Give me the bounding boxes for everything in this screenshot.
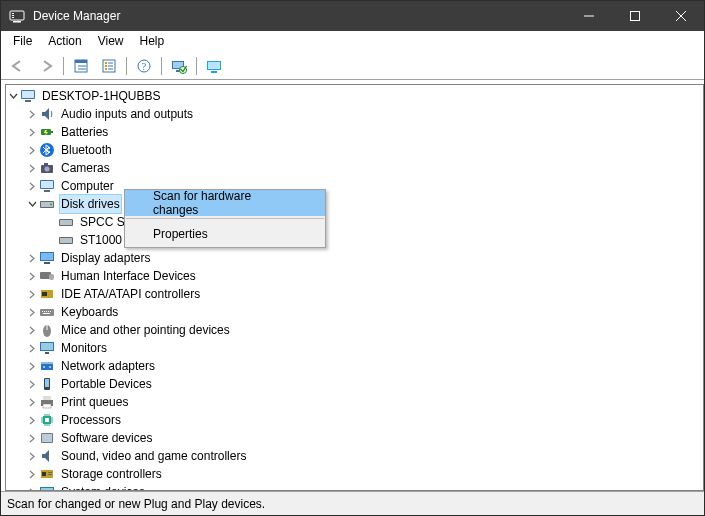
chevron-right-icon[interactable]	[25, 177, 39, 195]
window-title: Device Manager	[33, 9, 120, 23]
tool-help[interactable]: ?	[131, 54, 157, 78]
svg-rect-65	[41, 343, 53, 350]
tool-scan-hardware-icon[interactable]	[166, 54, 192, 78]
chevron-right-icon[interactable]	[25, 375, 39, 393]
keyboard-icon	[39, 304, 55, 320]
menu-file[interactable]: File	[5, 32, 40, 50]
minimize-button[interactable]	[566, 1, 612, 31]
disk-icon	[58, 232, 74, 248]
chevron-down-icon[interactable]	[25, 195, 39, 213]
close-button[interactable]	[658, 1, 704, 31]
tree-item-processors[interactable]: Processors	[6, 411, 703, 429]
tree-item-storage[interactable]: Storage controllers	[6, 465, 703, 483]
monitor-icon	[39, 340, 55, 356]
toolbar: ?	[1, 52, 704, 80]
statusbar: Scan for changed or new Plug and Play de…	[1, 491, 704, 515]
tree-item-disk-child-1[interactable]: ST1000	[6, 231, 703, 249]
menu-action[interactable]: Action	[40, 32, 89, 50]
maximize-button[interactable]	[612, 1, 658, 31]
chevron-right-icon[interactable]	[25, 393, 39, 411]
sound-icon	[39, 448, 55, 464]
tree-item-computer[interactable]: Computer	[6, 177, 703, 195]
ctx-scan-hardware[interactable]: Scan for hardware changes	[125, 190, 325, 216]
tree-item-cameras[interactable]: Cameras	[6, 159, 703, 177]
svg-rect-31	[25, 100, 31, 102]
svg-rect-49	[41, 253, 53, 260]
tree-item-keyboards[interactable]: Keyboards	[6, 303, 703, 321]
tree-item-ide[interactable]: IDE ATA/ATAPI controllers	[6, 285, 703, 303]
bluetooth-icon	[39, 142, 55, 158]
tree-item-mice[interactable]: Mice and other pointing devices	[6, 321, 703, 339]
chevron-right-icon[interactable]	[25, 249, 39, 267]
system-icon	[39, 484, 55, 491]
svg-rect-14	[105, 62, 107, 64]
tree-item-monitors[interactable]: Monitors	[6, 339, 703, 357]
titlebar: Device Manager	[1, 1, 704, 31]
svg-rect-82	[48, 474, 52, 475]
chevron-right-icon[interactable]	[25, 105, 39, 123]
chevron-right-icon[interactable]	[25, 411, 39, 429]
svg-rect-33	[51, 131, 53, 133]
tree-root[interactable]: DESKTOP-1HQUBBS	[6, 87, 703, 105]
software-icon	[39, 430, 55, 446]
svg-rect-28	[211, 71, 217, 73]
svg-rect-10	[75, 60, 87, 63]
chevron-right-icon[interactable]	[25, 321, 39, 339]
svg-rect-2	[12, 13, 14, 14]
camera-icon	[39, 160, 55, 176]
tree-item-sound[interactable]: Sound, video and game controllers	[6, 447, 703, 465]
chevron-right-icon[interactable]	[25, 159, 39, 177]
svg-rect-50	[44, 262, 50, 264]
svg-rect-54	[42, 292, 47, 296]
svg-rect-58	[46, 311, 47, 312]
svg-rect-3	[12, 15, 14, 16]
svg-rect-57	[44, 311, 45, 312]
tool-back	[5, 54, 31, 78]
chevron-right-icon[interactable]	[25, 357, 39, 375]
chevron-right-icon[interactable]	[25, 123, 39, 141]
tree-item-hid[interactable]: Human Interface Devices	[6, 267, 703, 285]
chevron-right-icon[interactable]	[25, 483, 39, 491]
context-menu: Scan for hardware changes Properties	[124, 189, 326, 248]
svg-rect-71	[45, 379, 49, 387]
tree-item-network[interactable]: Network adapters	[6, 357, 703, 375]
tree-item-print[interactable]: Print queues	[6, 393, 703, 411]
tree-item-portable[interactable]: Portable Devices	[6, 375, 703, 393]
svg-point-36	[45, 167, 50, 172]
tree-item-bluetooth[interactable]: Bluetooth	[6, 141, 703, 159]
tree-item-batteries[interactable]: Batteries	[6, 123, 703, 141]
tool-show-hidden[interactable]	[68, 54, 94, 78]
device-tree[interactable]: DESKTOP-1HQUBBS Audio inputs and outputs…	[6, 87, 703, 491]
chevron-right-icon[interactable]	[25, 447, 39, 465]
content-area: DESKTOP-1HQUBBS Audio inputs and outputs…	[1, 80, 704, 491]
svg-rect-66	[45, 352, 49, 354]
tool-add-legacy-icon[interactable]	[201, 54, 227, 78]
computer-icon	[39, 178, 55, 194]
tree-item-disk-drives[interactable]: Disk drives	[6, 195, 703, 213]
chevron-right-icon[interactable]	[25, 339, 39, 357]
tool-forward	[33, 54, 59, 78]
chevron-right-icon[interactable]	[25, 285, 39, 303]
chevron-right-icon[interactable]	[25, 303, 39, 321]
chevron-right-icon[interactable]	[25, 429, 39, 447]
tree-item-display[interactable]: Display adapters	[6, 249, 703, 267]
chevron-right-icon[interactable]	[25, 465, 39, 483]
menu-help[interactable]: Help	[132, 32, 173, 50]
disk-icon	[58, 214, 74, 230]
svg-rect-56	[42, 311, 43, 312]
tree-item-software[interactable]: Software devices	[6, 429, 703, 447]
tree-item-system[interactable]: System devices	[6, 483, 703, 491]
tool-properties[interactable]	[96, 54, 122, 78]
menu-view[interactable]: View	[90, 32, 132, 50]
svg-rect-68	[43, 366, 45, 368]
ctx-properties[interactable]: Properties	[125, 221, 325, 247]
svg-rect-76	[45, 418, 49, 422]
chevron-right-icon[interactable]	[25, 141, 39, 159]
chevron-right-icon[interactable]	[25, 267, 39, 285]
tree-item-audio[interactable]: Audio inputs and outputs	[6, 105, 703, 123]
tree-item-disk-child-0[interactable]: SPCC S	[6, 213, 703, 231]
svg-rect-6	[631, 12, 640, 21]
expander-root[interactable]	[6, 87, 20, 105]
ctx-separator	[126, 218, 324, 219]
svg-rect-73	[43, 396, 51, 400]
